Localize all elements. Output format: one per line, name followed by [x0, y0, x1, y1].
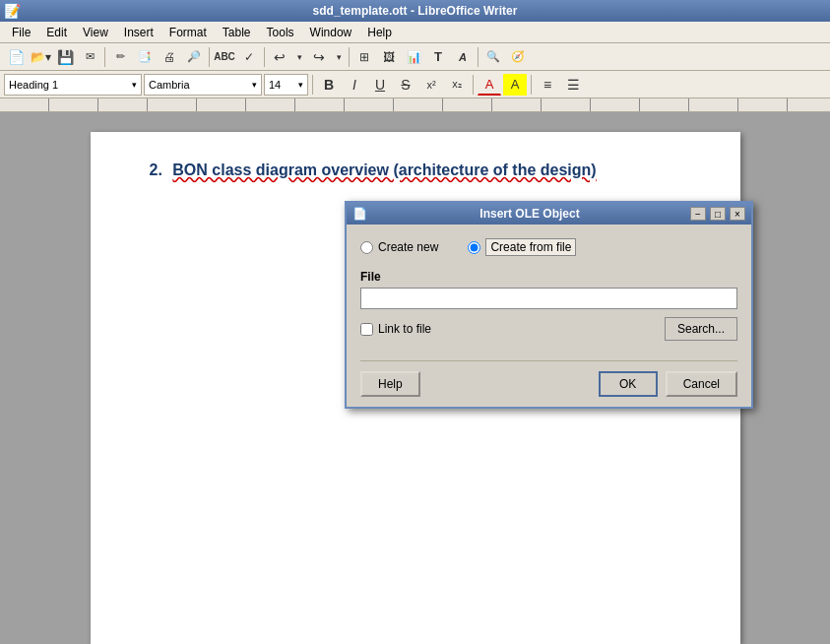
create-new-label: Create new	[378, 240, 438, 254]
print-preview-button[interactable]: 🔎	[182, 46, 206, 68]
sep5	[478, 47, 479, 67]
email-button[interactable]: ✉	[78, 46, 101, 68]
export-pdf-button[interactable]: 📑	[133, 46, 157, 68]
fmt-sep2	[473, 75, 474, 95]
menu-view[interactable]: View	[75, 24, 116, 41]
sep4	[349, 47, 350, 67]
titlebar: 📝 sdd_template.ott - LibreOffice Writer	[0, 0, 830, 22]
font-size-box[interactable]: 14 ▾	[264, 74, 308, 96]
underline-button[interactable]: U	[368, 74, 392, 96]
fmt-sep3	[531, 75, 532, 95]
font-size-value: 14	[269, 79, 281, 91]
italic-button[interactable]: I	[343, 74, 366, 96]
menu-insert[interactable]: Insert	[116, 24, 161, 41]
ruler-content	[0, 98, 830, 112]
dialog-close-button[interactable]: ×	[730, 207, 745, 221]
dialog-maximize-button[interactable]: □	[710, 207, 726, 221]
file-section-label: File	[360, 270, 737, 284]
font-name-value: Cambria	[149, 79, 190, 91]
create-new-option[interactable]: Create new	[360, 240, 438, 254]
menu-tools[interactable]: Tools	[259, 24, 302, 41]
heading-text: BON class diagram overview (architecture…	[172, 161, 596, 178]
bold-button[interactable]: B	[317, 74, 341, 96]
create-from-file-radio[interactable]	[468, 241, 480, 254]
highlighting-button[interactable]: A	[503, 74, 527, 96]
chart-button[interactable]: 📊	[402, 46, 425, 68]
find-button[interactable]: 🔍	[481, 46, 505, 68]
font-dropdown-icon: ▾	[252, 80, 257, 90]
cancel-button[interactable]: Cancel	[666, 371, 737, 397]
ok-button[interactable]: OK	[599, 371, 658, 397]
sep3	[264, 47, 265, 67]
paragraph-style-value: Heading 1	[9, 79, 58, 91]
undo-dropdown[interactable]: ▾	[292, 46, 306, 68]
document-area: 2. BON class diagram overview (architect…	[0, 112, 830, 644]
image-button[interactable]: 🖼	[377, 46, 401, 68]
insert-ole-dialog: 📄 Insert OLE Object − □ × Create new Cre…	[345, 201, 753, 409]
create-from-file-label: Create from file	[485, 238, 576, 256]
search-button[interactable]: Search...	[665, 317, 737, 341]
create-new-radio[interactable]	[360, 241, 373, 254]
menu-table[interactable]: Table	[215, 24, 259, 41]
title-text: sdd_template.ott - LibreOffice Writer	[313, 4, 518, 18]
style-dropdown-icon: ▾	[132, 80, 137, 90]
size-dropdown-icon: ▾	[298, 80, 303, 90]
link-left: Link to file	[360, 322, 431, 336]
link-row: Link to file Search...	[360, 317, 737, 341]
redo-dropdown[interactable]: ▾	[332, 46, 346, 68]
dialog-title: Insert OLE Object	[371, 207, 688, 221]
create-from-file-option[interactable]: Create from file	[468, 238, 576, 256]
help-button[interactable]: Help	[360, 371, 420, 397]
superscript-button[interactable]: x²	[419, 74, 443, 96]
heading-number: 2.	[150, 161, 162, 178]
menu-file[interactable]: File	[4, 24, 38, 41]
new-button[interactable]: 📄	[4, 46, 28, 68]
dialog-button-row: Help OK Cancel	[360, 360, 737, 397]
subscript-button[interactable]: x₂	[445, 74, 469, 96]
spell-check-button[interactable]: ABC	[213, 46, 236, 68]
dialog-content: Create new Create from file File Link to…	[347, 225, 751, 407]
sep2	[209, 47, 210, 67]
dialog-titlebar: 📄 Insert OLE Object − □ ×	[347, 203, 751, 225]
align-left-button[interactable]: ≡	[536, 74, 559, 96]
redo-button[interactable]: ↪	[307, 46, 331, 68]
dialog-titlebar-icon: 📄	[352, 207, 367, 221]
radio-row: Create new Create from file	[360, 238, 737, 256]
navigator-button[interactable]: 🧭	[506, 46, 530, 68]
menu-format[interactable]: Format	[161, 24, 215, 41]
table-button[interactable]: ⊞	[352, 46, 376, 68]
open-button[interactable]: 📂▾	[29, 46, 52, 68]
dialog-minimize-button[interactable]: −	[690, 207, 706, 221]
print-button[interactable]: 🖨	[158, 46, 181, 68]
dialog-right-buttons: OK Cancel	[599, 371, 737, 397]
document-heading: 2. BON class diagram overview (architect…	[150, 161, 681, 179]
paragraph-style-box[interactable]: Heading 1 ▾	[4, 74, 142, 96]
menubar: File Edit View Insert Format Table Tools…	[0, 22, 830, 43]
fontwork-button[interactable]: A	[451, 46, 475, 68]
textbox-button[interactable]: T	[426, 46, 450, 68]
edit-mode-button[interactable]: ✏	[108, 46, 132, 68]
sep1	[104, 47, 105, 67]
link-to-file-label: Link to file	[378, 322, 431, 336]
menu-window[interactable]: Window	[302, 24, 360, 41]
strikethrough-button[interactable]: S	[394, 74, 417, 96]
save-button[interactable]: 💾	[53, 46, 77, 68]
file-path-input[interactable]	[360, 288, 737, 309]
app-icon: 📝	[4, 3, 21, 19]
undo-button[interactable]: ↩	[268, 46, 291, 68]
link-to-file-checkbox[interactable]	[360, 323, 373, 336]
formatting-toolbar: Heading 1 ▾ Cambria ▾ 14 ▾ B I U S x² x₂…	[0, 71, 830, 98]
main-toolbar: 📄 📂▾ 💾 ✉ ✏ 📑 🖨 🔎 ABC ✓ ↩ ▾ ↪ ▾ ⊞ 🖼 📊 T A…	[0, 43, 830, 71]
ruler	[0, 98, 830, 112]
menu-help[interactable]: Help	[359, 24, 400, 41]
menu-edit[interactable]: Edit	[38, 24, 75, 41]
font-color-button[interactable]: A	[478, 74, 501, 96]
fmt-sep1	[312, 75, 313, 95]
paragraph-menu-button[interactable]: ☰	[561, 74, 585, 96]
autospell-button[interactable]: ✓	[237, 46, 261, 68]
font-name-box[interactable]: Cambria ▾	[144, 74, 262, 96]
